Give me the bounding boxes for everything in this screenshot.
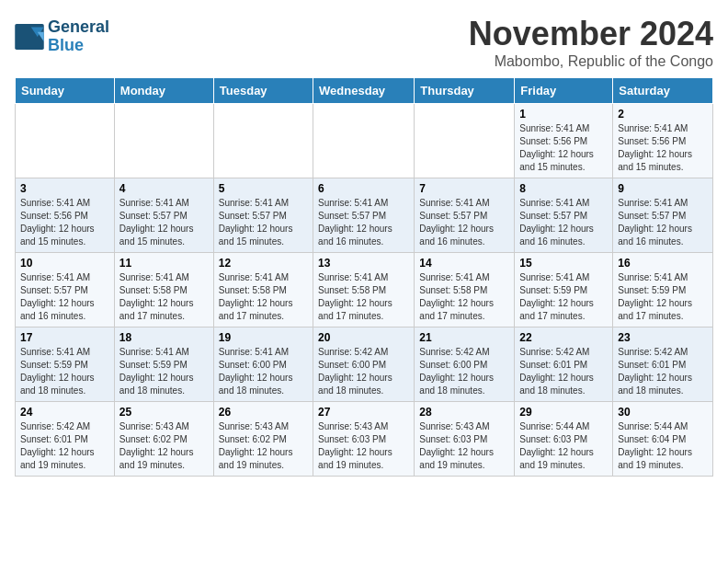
calendar-cell: 17Sunrise: 5:41 AM Sunset: 5:59 PM Dayli…	[16, 327, 115, 402]
calendar-cell: 13Sunrise: 5:41 AM Sunset: 5:58 PM Dayli…	[313, 253, 415, 327]
calendar-cell: 1Sunrise: 5:41 AM Sunset: 5:56 PM Daylig…	[515, 104, 613, 178]
day-info: Sunrise: 5:41 AM Sunset: 5:58 PM Dayligh…	[419, 271, 509, 323]
day-info: Sunrise: 5:41 AM Sunset: 5:56 PM Dayligh…	[519, 122, 608, 174]
weekday-header-row: SundayMondayTuesdayWednesdayThursdayFrid…	[16, 78, 713, 104]
week-row-5: 24Sunrise: 5:42 AM Sunset: 6:01 PM Dayli…	[16, 402, 713, 477]
week-row-3: 10Sunrise: 5:41 AM Sunset: 5:57 PM Dayli…	[16, 253, 713, 327]
day-number: 27	[318, 406, 409, 419]
calendar-cell	[213, 104, 313, 178]
day-info: Sunrise: 5:41 AM Sunset: 5:59 PM Dayligh…	[20, 346, 109, 397]
day-info: Sunrise: 5:41 AM Sunset: 5:57 PM Dayligh…	[119, 197, 209, 248]
day-number: 15	[519, 257, 608, 270]
calendar-cell: 19Sunrise: 5:41 AM Sunset: 6:00 PM Dayli…	[213, 327, 313, 402]
calendar-cell: 6Sunrise: 5:41 AM Sunset: 5:57 PM Daylig…	[313, 178, 415, 253]
day-number: 3	[20, 182, 109, 195]
calendar-cell: 5Sunrise: 5:41 AM Sunset: 5:57 PM Daylig…	[213, 178, 313, 253]
logo-line2: Blue	[48, 36, 84, 54]
month-title: November 2024	[469, 15, 713, 53]
day-number: 1	[519, 108, 608, 121]
day-info: Sunrise: 5:41 AM Sunset: 5:57 PM Dayligh…	[318, 197, 409, 248]
calendar-cell: 26Sunrise: 5:43 AM Sunset: 6:02 PM Dayli…	[213, 402, 313, 477]
day-number: 23	[618, 331, 708, 344]
calendar-cell: 14Sunrise: 5:41 AM Sunset: 5:58 PM Dayli…	[415, 253, 515, 327]
calendar-cell: 3Sunrise: 5:41 AM Sunset: 5:56 PM Daylig…	[16, 178, 115, 253]
calendar-cell: 25Sunrise: 5:43 AM Sunset: 6:02 PM Dayli…	[114, 402, 213, 477]
calendar-cell: 20Sunrise: 5:42 AM Sunset: 6:00 PM Dayli…	[313, 327, 415, 402]
day-info: Sunrise: 5:41 AM Sunset: 5:56 PM Dayligh…	[20, 197, 109, 248]
weekday-header-sunday: Sunday	[16, 78, 115, 104]
day-info: Sunrise: 5:42 AM Sunset: 6:01 PM Dayligh…	[20, 420, 109, 472]
calendar-cell	[313, 104, 415, 178]
day-info: Sunrise: 5:44 AM Sunset: 6:03 PM Dayligh…	[519, 420, 608, 472]
calendar-cell: 23Sunrise: 5:42 AM Sunset: 6:01 PM Dayli…	[613, 327, 713, 402]
day-info: Sunrise: 5:43 AM Sunset: 6:02 PM Dayligh…	[219, 420, 308, 472]
day-number: 17	[20, 331, 109, 344]
calendar-cell: 27Sunrise: 5:43 AM Sunset: 6:03 PM Dayli…	[313, 402, 415, 477]
day-number: 8	[519, 182, 608, 195]
day-number: 30	[618, 406, 708, 419]
logo-line1: General	[48, 18, 109, 37]
day-info: Sunrise: 5:41 AM Sunset: 5:59 PM Dayligh…	[519, 271, 608, 323]
weekday-header-saturday: Saturday	[613, 78, 713, 104]
day-info: Sunrise: 5:42 AM Sunset: 6:01 PM Dayligh…	[618, 346, 708, 397]
title-area: November 2024 Mabombo, Republic of the C…	[469, 15, 713, 70]
day-number: 10	[20, 257, 109, 270]
calendar-cell: 9Sunrise: 5:41 AM Sunset: 5:57 PM Daylig…	[613, 178, 713, 253]
day-number: 14	[419, 257, 509, 270]
calendar-cell: 10Sunrise: 5:41 AM Sunset: 5:57 PM Dayli…	[16, 253, 115, 327]
day-number: 19	[219, 331, 308, 344]
day-info: Sunrise: 5:42 AM Sunset: 6:00 PM Dayligh…	[318, 346, 409, 397]
weekday-header-friday: Friday	[515, 78, 613, 104]
calendar-cell: 24Sunrise: 5:42 AM Sunset: 6:01 PM Dayli…	[16, 402, 115, 477]
day-info: Sunrise: 5:41 AM Sunset: 5:57 PM Dayligh…	[20, 271, 109, 323]
day-info: Sunrise: 5:41 AM Sunset: 5:57 PM Dayligh…	[219, 197, 308, 248]
weekday-header-tuesday: Tuesday	[213, 78, 313, 104]
day-number: 22	[519, 331, 608, 344]
day-number: 2	[618, 108, 708, 121]
day-number: 26	[219, 406, 308, 419]
week-row-1: 1Sunrise: 5:41 AM Sunset: 5:56 PM Daylig…	[16, 104, 713, 178]
calendar-cell	[415, 104, 515, 178]
day-number: 20	[318, 331, 409, 344]
calendar-cell: 29Sunrise: 5:44 AM Sunset: 6:03 PM Dayli…	[515, 402, 613, 477]
calendar-cell	[114, 104, 213, 178]
calendar-cell: 8Sunrise: 5:41 AM Sunset: 5:57 PM Daylig…	[515, 178, 613, 253]
calendar-cell	[16, 104, 115, 178]
day-info: Sunrise: 5:43 AM Sunset: 6:03 PM Dayligh…	[419, 420, 509, 472]
calendar-cell: 2Sunrise: 5:41 AM Sunset: 5:56 PM Daylig…	[613, 104, 713, 178]
calendar-cell: 21Sunrise: 5:42 AM Sunset: 6:00 PM Dayli…	[415, 327, 515, 402]
day-info: Sunrise: 5:41 AM Sunset: 5:57 PM Dayligh…	[618, 197, 708, 248]
day-info: Sunrise: 5:43 AM Sunset: 6:03 PM Dayligh…	[318, 420, 409, 472]
day-info: Sunrise: 5:41 AM Sunset: 5:58 PM Dayligh…	[219, 271, 308, 323]
calendar-cell: 11Sunrise: 5:41 AM Sunset: 5:58 PM Dayli…	[114, 253, 213, 327]
day-info: Sunrise: 5:41 AM Sunset: 6:00 PM Dayligh…	[219, 346, 308, 397]
day-number: 7	[419, 182, 509, 195]
day-info: Sunrise: 5:42 AM Sunset: 6:00 PM Dayligh…	[419, 346, 509, 397]
calendar-cell: 16Sunrise: 5:41 AM Sunset: 5:59 PM Dayli…	[613, 253, 713, 327]
day-info: Sunrise: 5:41 AM Sunset: 5:56 PM Dayligh…	[618, 122, 708, 174]
weekday-header-wednesday: Wednesday	[313, 78, 415, 104]
calendar-cell: 18Sunrise: 5:41 AM Sunset: 5:59 PM Dayli…	[114, 327, 213, 402]
header: General Blue November 2024 Mabombo, Repu…	[15, 15, 713, 70]
day-number: 13	[318, 257, 409, 270]
day-number: 4	[119, 182, 209, 195]
day-number: 29	[519, 406, 608, 419]
day-number: 5	[219, 182, 308, 195]
day-number: 18	[119, 331, 209, 344]
day-info: Sunrise: 5:41 AM Sunset: 5:58 PM Dayligh…	[119, 271, 209, 323]
day-info: Sunrise: 5:43 AM Sunset: 6:02 PM Dayligh…	[119, 420, 209, 472]
logo-icon	[15, 24, 44, 50]
calendar-table: SundayMondayTuesdayWednesdayThursdayFrid…	[15, 77, 713, 477]
weekday-header-monday: Monday	[114, 78, 213, 104]
week-row-2: 3Sunrise: 5:41 AM Sunset: 5:56 PM Daylig…	[16, 178, 713, 253]
day-info: Sunrise: 5:41 AM Sunset: 5:57 PM Dayligh…	[419, 197, 509, 248]
calendar-cell: 28Sunrise: 5:43 AM Sunset: 6:03 PM Dayli…	[415, 402, 515, 477]
day-number: 6	[318, 182, 409, 195]
logo-text: General Blue	[48, 18, 109, 55]
calendar-cell: 7Sunrise: 5:41 AM Sunset: 5:57 PM Daylig…	[415, 178, 515, 253]
day-number: 11	[119, 257, 209, 270]
calendar-cell: 22Sunrise: 5:42 AM Sunset: 6:01 PM Dayli…	[515, 327, 613, 402]
day-number: 25	[119, 406, 209, 419]
day-number: 28	[419, 406, 509, 419]
day-info: Sunrise: 5:41 AM Sunset: 5:58 PM Dayligh…	[318, 271, 409, 323]
